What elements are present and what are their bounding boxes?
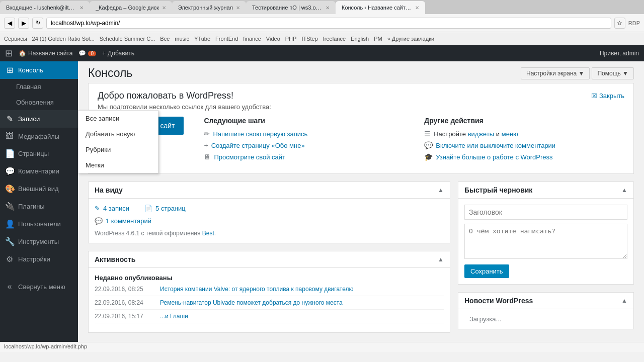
bookmark-frontend[interactable]: FrontEnd [215,36,238,42]
submenu-all-posts[interactable]: Все записи [78,111,158,126]
plus-icon: + [102,50,106,57]
comments-link[interactable]: 💬 0 [78,50,96,57]
widgets-link[interactable]: виджеты [468,130,495,138]
learn-link[interactable]: Узнайте больше о работе с WordPress [436,153,552,161]
draft-content-input[interactable] [464,224,627,259]
sidebar-item-main[interactable]: Главная [0,79,78,95]
forward-button[interactable]: ▶ [18,18,29,29]
save-draft-button[interactable]: Сохранить [464,264,509,278]
submenu-add-new[interactable]: Добавить новую [78,126,158,142]
widgets-icon: ☰ [424,130,431,138]
welcome-close-button[interactable]: ☒ Закрыть [591,92,624,100]
tab-close-5[interactable]: ✕ [415,5,419,11]
sidebar-item-settings[interactable]: ⚙ Настройки [0,250,78,268]
bookmark-golden[interactable]: 24 (1) Golden Ratio Sol... [32,36,95,42]
browser-tab-5[interactable]: Консоль ‹ Название сайта — ... ✕ [336,1,425,14]
add-new-link[interactable]: + Добавить [102,50,134,57]
draft-title-input[interactable] [464,205,627,220]
other-action-1: ☰ Настройте виджеты и меню [424,130,624,138]
bookmark-video[interactable]: Video [266,36,280,42]
sidebar-item-collapse[interactable]: « Свернуть меню [0,278,78,295]
next-step-1[interactable]: ✏ Напишите свою первую запись [204,130,404,138]
welcome-actions: Настройте свой сайт Следующие шаги ✏ Нап… [89,117,633,173]
welcome-title: Добро пожаловать в WordPress! [98,90,233,101]
submenu-categories[interactable]: Рубрики [78,142,158,157]
about-page-link[interactable]: Создайте страницу «Обо мне» [211,142,305,149]
comments-menu-icon: 💬 [5,166,14,176]
address-bar[interactable] [46,18,611,29]
other-action-2[interactable]: 💬 Включите или выключите комментарии [424,141,624,149]
theme-link[interactable]: Best [202,230,214,237]
tab-close-3[interactable]: ✕ [236,5,240,11]
bookmark-itstep[interactable]: ITStep [301,36,317,42]
bookmark-servisy[interactable]: Сервисы [4,36,27,42]
bookmark-php[interactable]: PHP [285,36,297,42]
quick-draft-body: Сохранить [458,199,633,284]
sidebar-item-posts[interactable]: ✎ Записи [0,110,78,128]
sidebar-item-pages[interactable]: 📄 Страницы [0,145,78,162]
menu-link[interactable]: меню [502,130,518,138]
sidebar-item-posts-container: ✎ Записи Все записи Добавить новую Рубри… [0,110,78,128]
sidebar-item-plugins[interactable]: 🔌 Плагины [0,198,78,215]
bookmark-other[interactable]: » Другие закладки [387,36,434,42]
view-site-link[interactable]: Просмотрите свой сайт [214,153,285,161]
add-new-label: Добавить [108,50,134,57]
bookmark-vse[interactable]: Все [160,36,170,42]
activity-link-1[interactable]: История компании Valve: от ядерного топл… [160,286,354,293]
browser-tab-4[interactable]: Тестирование пО | ws3.org.ua ✕ [246,1,336,14]
media-label: Медиафайлы [18,133,59,140]
activity-body: Недавно опубликованы 22.09.2016, 08:25 И… [89,268,450,332]
help-button[interactable]: Помощь ▼ [592,67,634,79]
sidebar-item-media[interactable]: 🖼 Медиафайлы [0,128,78,145]
site-title-link[interactable]: 🏠 Название сайта [19,50,72,57]
glance-comments[interactable]: 💬 1 комментарий [95,217,444,225]
bookmark-finance[interactable]: finance [243,36,261,42]
tab-close-4[interactable]: ✕ [326,5,330,11]
bookmark-english[interactable]: English [351,36,369,42]
bookmark-schedule[interactable]: Schedule Summer C... [100,36,155,42]
other-action-3[interactable]: 🎓 Узнайте больше о работе с WordPress [424,153,624,161]
sidebar-item-updates[interactable]: Обновления [0,95,78,110]
wp-logo-icon[interactable]: ⊞ [5,48,13,59]
quick-draft-header[interactable]: Быстрый черновик ▲ [458,182,633,199]
browser-tab-2[interactable]: _Кафедра – Google диск ✕ [90,1,172,14]
sidebar-item-console[interactable]: ⊞ Консоль [0,61,78,79]
bookmark-button[interactable]: ☆ [614,18,625,29]
tab-close-2[interactable]: ✕ [162,5,166,11]
browser-tab-3[interactable]: Электронный журнал ✕ [172,1,246,14]
news-header[interactable]: Новости WordPress ▲ [458,293,633,309]
first-post-link[interactable]: Напишите свою первую запись [213,130,307,138]
activity-header[interactable]: Активность ▲ [89,251,450,268]
bookmark-freelance[interactable]: freelance [323,36,346,42]
status-url: localhost/wp.lo/wp-admin/edit.php [4,343,87,349]
glance-pages-stat[interactable]: 📄 5 страниц [144,205,186,212]
sidebar-item-users[interactable]: 👤 Пользователи [0,215,78,233]
sidebar-item-tools[interactable]: 🔧 Инструменты [0,233,78,250]
tab-close-1[interactable]: ✕ [79,5,84,11]
greeting-label[interactable]: Привет, admin [600,50,639,57]
next-step-2[interactable]: + Создайте страницу «Обо мне» [204,141,404,149]
reload-button[interactable]: ↻ [32,18,43,29]
activity-link-2[interactable]: Ремень-навигатор Ubivade поможет добрать… [160,299,343,306]
activity-title: Активность [95,255,135,263]
activity-link-3[interactable]: ...и Глаши [160,313,188,320]
glance-posts-stat[interactable]: ✎ 4 записи [95,205,129,212]
page-title: Консоль [88,66,132,80]
browser-tab-1[interactable]: Входящие - luschenk@ilts.e... ✕ [0,1,90,14]
bookmark-pm[interactable]: PM [374,36,382,42]
activity-date-3: 22.09.2016, 15:17 [95,313,155,320]
sidebar-item-appearance[interactable]: 🎨 Внешний вид [0,180,78,198]
bookmark-music[interactable]: music [175,36,189,42]
next-step-3[interactable]: 🖥 Просмотрите свой сайт [204,153,404,161]
sidebar-item-comments[interactable]: 💬 Комментарии [0,162,78,180]
bookmark-ytube[interactable]: YTube [194,36,210,42]
comments-toggle-link[interactable]: Включите или выключите комментарии [436,142,555,149]
collapse-label: Свернуть меню [18,283,65,291]
glance-header[interactable]: На виду ▲ [89,182,450,199]
submenu-tags[interactable]: Метки [78,157,158,173]
admin-bar-left: ⊞ 🏠 Название сайта 💬 0 + Добавить [5,48,592,59]
dashboard-left: На виду ▲ ✎ 4 записи 📄 [88,182,450,340]
glance-pages-count: 5 страниц [155,205,186,212]
back-button[interactable]: ◀ [4,18,15,29]
screen-options-button[interactable]: Настройки экрана ▼ [521,67,590,79]
